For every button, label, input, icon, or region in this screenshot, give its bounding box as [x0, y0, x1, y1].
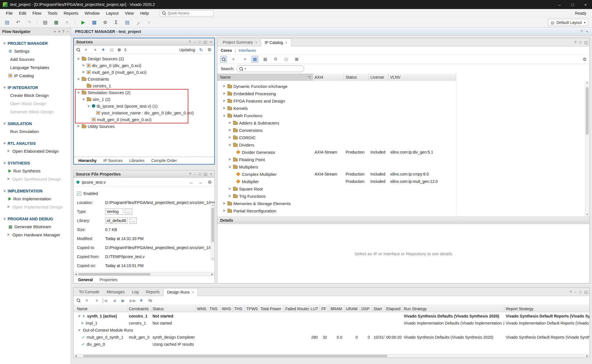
tree-row-simulation-sources[interactable]: >Simulation Sources (2): [74, 89, 214, 96]
restart-icon[interactable]: ◀: [103, 298, 108, 303]
cancel-icon[interactable]: ×: [146, 20, 152, 25]
float-icon[interactable]: ◱: [204, 172, 207, 176]
col-bram[interactable]: BRAM: [329, 305, 344, 312]
menu-window[interactable]: Window: [81, 9, 103, 17]
subnav-interfaces[interactable]: Interfaces: [238, 48, 256, 53]
scrollbar-thumb[interactable]: [83, 355, 387, 357]
catalog-row[interactable]: >Square Root: [217, 185, 589, 192]
nav-item-create-block-design[interactable]: Create Block Design: [0, 91, 71, 99]
nav-item-settings[interactable]: ⚙Settings: [0, 47, 71, 55]
float-icon[interactable]: ◱: [204, 40, 207, 44]
tab-tcl-console[interactable]: Tcl Console: [75, 288, 103, 296]
expand-all-icon[interactable]: «: [241, 56, 248, 63]
catalog-row[interactable]: >Floating Point: [217, 156, 589, 163]
scrollbar-thumb[interactable]: [586, 87, 589, 135]
twistie-icon[interactable]: >: [76, 124, 80, 128]
menu-layout[interactable]: Layout: [103, 9, 122, 17]
catalog-search-input[interactable]: [247, 67, 298, 71]
close-icon[interactable]: ×: [192, 290, 194, 294]
col-lut[interactable]: LUT: [309, 305, 320, 312]
tab-properties[interactable]: Properties: [97, 278, 120, 282]
scroll-right-icon[interactable]: ▶: [210, 273, 215, 276]
minimize-icon[interactable]: –: [194, 172, 196, 176]
twistie-icon[interactable]: >: [227, 128, 232, 132]
scroll-right-icon[interactable]: ▶: [585, 355, 589, 357]
tab-general[interactable]: General: [75, 278, 96, 282]
col-report-strategy[interactable]: Report Strategy: [504, 305, 589, 312]
search-icon[interactable]: [220, 56, 227, 63]
forward-icon[interactable]: →: [198, 180, 203, 185]
type-field[interactable]: [105, 208, 123, 215]
nav-item-add-sources[interactable]: Add Sources: [0, 55, 71, 63]
horizontal-scrollbar[interactable]: ◀ ▶: [74, 272, 215, 276]
menu-edit[interactable]: Edit: [16, 9, 29, 17]
twistie-icon[interactable]: >: [77, 328, 81, 332]
nav-section-header[interactable]: >RTL ANALYSIS: [0, 139, 71, 147]
twistie-icon[interactable]: >: [222, 84, 226, 88]
scroll-up-icon[interactable]: ▲: [585, 81, 589, 85]
catalog-row-divider-generator[interactable]: Divider GeneratorAXI4-StreamProductionIn…: [217, 148, 589, 156]
type-browse-button[interactable]: …: [125, 208, 132, 215]
col-tpws[interactable]: TPWS: [245, 305, 259, 312]
twistie-icon[interactable]: >: [222, 99, 226, 103]
catalog-row[interactable]: >CORDIC: [217, 134, 589, 141]
catalog-row[interactable]: >FPGA Features and Design: [217, 97, 589, 105]
run-row-synth-1[interactable]: >synth_1 (active) constrs_1 Not started …: [74, 312, 589, 319]
refresh-icon[interactable]: ↻: [198, 47, 204, 52]
add-sources-icon[interactable]: +: [101, 47, 106, 53]
twistie-icon[interactable]: >: [222, 106, 226, 110]
search-icon[interactable]: [76, 48, 80, 52]
col-name[interactable]: Name: [74, 305, 127, 312]
tree-row-constrs-1[interactable]: constrs_1: [74, 82, 214, 89]
window-close-button[interactable]: ×: [579, 0, 592, 9]
settings-gear-icon[interactable]: ⚙: [208, 179, 212, 185]
percent-icon[interactable]: %: [148, 298, 153, 303]
run-row-mult-gen-0-synth-1[interactable]: ✓mult_gen_0_synth_1 mult_gen_0 synth_des…: [74, 334, 589, 341]
delete-icon[interactable]: ×: [64, 20, 70, 25]
twistie-icon[interactable]: >: [76, 57, 80, 61]
col-constraints[interactable]: Constraints: [127, 305, 151, 312]
board-icon[interactable]: ▦: [53, 19, 59, 25]
dialog-icon[interactable]: ▤: [283, 56, 290, 63]
nav-item-open-synthesized-design[interactable]: >Open Synthesized Design: [0, 175, 71, 183]
nav-section-header[interactable]: >SIMULATION: [0, 120, 71, 127]
expand-icon[interactable]: ▾: [58, 30, 60, 34]
library-browse-button[interactable]: …: [129, 217, 137, 224]
enabled-checkbox[interactable]: ✓: [77, 192, 81, 196]
twistie-icon[interactable]: >: [222, 114, 226, 118]
nav-item-generate-block-design[interactable]: Generate Block Design: [0, 108, 71, 116]
help-icon[interactable]: ?: [189, 40, 191, 44]
vertical-scrollbar[interactable]: ▲ ▼: [211, 203, 215, 261]
nav-item-generate-bitstream[interactable]: ▦Generate Bitstream: [0, 223, 71, 231]
col-whs[interactable]: WHS: [220, 305, 233, 312]
undo-icon[interactable]: ↶: [15, 19, 21, 25]
menu-file[interactable]: File: [3, 9, 16, 17]
run-icon[interactable]: ▶: [80, 19, 86, 25]
catalog-search-box[interactable]: ▾: [237, 65, 304, 72]
collapse-all-icon[interactable]: «: [53, 30, 57, 32]
minimize-icon[interactable]: –: [194, 40, 196, 44]
nav-item-run-implementation[interactable]: Run Implementation: [0, 195, 71, 203]
menu-help[interactable]: Help: [137, 9, 152, 17]
tab-ip-sources[interactable]: IP Sources: [101, 158, 125, 163]
tree-row-mult-gen-0[interactable]: >mult_gen_0 (mult_gen_0.xci): [74, 69, 214, 76]
twistie-icon[interactable]: >: [227, 194, 232, 198]
column-header-axi4[interactable]: AXI4: [313, 74, 344, 81]
twistie-icon[interactable]: >: [227, 187, 232, 191]
tree-row-sim-mult-gen-0[interactable]: mult_gen_0 (mult_gen_0.xci): [74, 116, 214, 123]
maximize-icon[interactable]: □: [579, 290, 582, 294]
catalog-row[interactable]: >Embedded Processing: [217, 90, 589, 97]
twistie-icon[interactable]: >: [227, 121, 232, 125]
tab-ip-catalog[interactable]: IP Catalog×: [261, 39, 291, 46]
twistie-icon[interactable]: >: [227, 165, 232, 169]
redo-icon[interactable]: ↷: [26, 19, 32, 25]
nav-section-header[interactable]: >IMPLEMENTATION: [0, 187, 71, 195]
nav-section-header[interactable]: >PROGRAM AND DEBUG: [0, 215, 71, 223]
maximize-icon[interactable]: □: [199, 172, 201, 176]
scroll-down-icon[interactable]: ▼: [211, 257, 215, 261]
catalog-row[interactable]: >Dividers: [217, 141, 589, 148]
close-icon[interactable]: ×: [586, 29, 588, 34]
column-header-status[interactable]: Status: [344, 74, 369, 81]
column-header-name[interactable]: Name^1: [217, 74, 313, 81]
col-total-power[interactable]: Total Power: [259, 305, 284, 312]
